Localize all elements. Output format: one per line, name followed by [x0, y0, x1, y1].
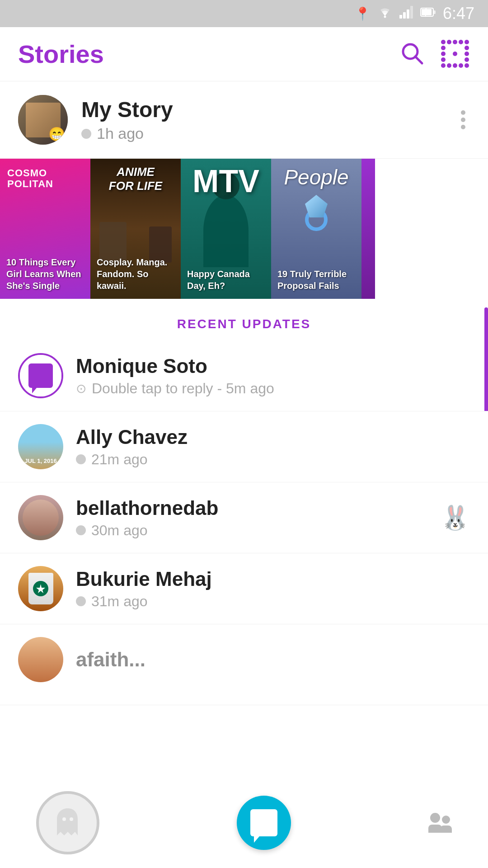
ally-sub: 21m ago — [76, 451, 470, 468]
ally-info: Ally Chavez 21m ago — [76, 426, 470, 468]
bella-time: 30m ago — [91, 522, 148, 539]
anime-brand-logo: ANIMEFOR LIFE — [95, 165, 176, 193]
bella-sub: 30m ago — [76, 522, 441, 539]
monique-info: Monique Soto ⊙ Double tap to reply - 5m … — [76, 355, 470, 397]
story-card-anime[interactable]: ANIMEFOR LIFE Cosplay. Manga. Fandom. So… — [90, 159, 181, 299]
bukurie-time: 31m ago — [91, 593, 148, 610]
user-item-afaith[interactable]: afaith... — [0, 624, 488, 705]
afaith-avatar — [18, 637, 63, 682]
recent-updates-label: RECENT UPDATES — [177, 317, 311, 331]
user-list: Monique Soto ⊙ Double tap to reply - 5m … — [0, 340, 488, 705]
people-brand-logo: People — [284, 165, 348, 189]
bukurie-name: Bukurie Mehaj — [76, 568, 470, 590]
monique-name: Monique Soto — [76, 355, 470, 377]
cosmo-brand-logo: COSMOPOLITAN — [7, 168, 53, 189]
snapcode-button[interactable] — [441, 40, 470, 69]
my-story-time: 1h ago — [81, 125, 456, 142]
story-card-cosmopolitan[interactable]: COSMOPOLITAN 10 Things Every Girl Learns… — [0, 159, 90, 299]
chat-icon — [28, 363, 53, 388]
page-title: Stories — [18, 39, 399, 69]
anime-card-caption: Cosplay. Manga. Fandom. So kawaii. — [97, 256, 174, 292]
monique-sub: ⊙ Double tap to reply - 5m ago — [76, 380, 470, 397]
svg-point-10 — [62, 817, 66, 821]
ghost-button[interactable] — [36, 791, 99, 854]
ally-time: 21m ago — [91, 451, 148, 468]
cosmo-card-caption: 10 Things Every Girl Learns When She's S… — [6, 256, 84, 292]
user-item-monique[interactable]: Monique Soto ⊙ Double tap to reply - 5m … — [0, 340, 488, 411]
svg-rect-2 — [403, 12, 406, 19]
mtv-brand-logo: MTV — [192, 163, 259, 199]
friends-button[interactable] — [428, 813, 452, 833]
header-icons — [399, 40, 470, 69]
ally-name: Ally Chavez — [76, 426, 470, 448]
bukurie-sub: 31m ago — [76, 593, 470, 610]
bella-avatar — [18, 495, 63, 540]
person-shape-2 — [440, 816, 452, 833]
monique-avatar-bg — [20, 355, 61, 396]
svg-rect-7 — [433, 10, 436, 14]
svg-rect-4 — [410, 6, 413, 19]
status-time: 6:47 — [443, 4, 474, 23]
story-card-partial[interactable] — [361, 159, 375, 299]
status-bar: 📍 6:47 — [0, 0, 488, 27]
my-story-info: My Story 1h ago — [81, 97, 456, 142]
app-header: Stories — [0, 27, 488, 81]
bottom-toolbar — [0, 778, 488, 868]
location-icon: 📍 — [355, 6, 371, 21]
afaith-name: afaith... — [76, 648, 470, 671]
rabbit-emoji-icon: 🐰 — [441, 504, 470, 532]
ally-dot — [76, 454, 86, 464]
recent-updates-header: RECENT UPDATES — [0, 299, 488, 340]
signal-icon — [399, 6, 414, 22]
story-card-people[interactable]: People 19 Truly Terrible Proposal Fails — [271, 159, 361, 299]
bella-name: bellathornedab — [76, 497, 441, 519]
status-icons: 📍 6:47 — [355, 4, 474, 23]
bukurie-dot — [76, 596, 86, 606]
search-button[interactable] — [399, 41, 425, 67]
svg-point-11 — [70, 817, 73, 821]
my-story-avatar: 😁 — [18, 95, 68, 145]
camera-icon: ⊙ — [76, 381, 86, 396]
my-story-time-text: 1h ago — [97, 125, 144, 142]
scroll-indicator — [484, 307, 488, 398]
monique-avatar — [18, 353, 63, 398]
more-options-button[interactable] — [456, 106, 470, 134]
ally-avatar: JUL 1, 2016 — [18, 424, 63, 469]
user-item-bukurie[interactable]: Bukurie Mehaj 31m ago — [0, 553, 488, 624]
bella-info: bellathornedab 30m ago — [76, 497, 441, 539]
story-card-mtv[interactable]: MTV Happy Canada Day, Eh? — [181, 159, 271, 299]
svg-line-9 — [415, 57, 422, 63]
chat-fab-button[interactable] — [237, 796, 291, 850]
mtv-card-caption: Happy Canada Day, Eh? — [187, 268, 265, 292]
chat-fab-icon — [250, 809, 277, 836]
user-item-ally[interactable]: JUL 1, 2016 Ally Chavez 21m ago — [0, 411, 488, 482]
svg-rect-1 — [399, 15, 402, 19]
bukurie-info: Bukurie Mehaj 31m ago — [76, 568, 470, 610]
afaith-info: afaith... — [76, 648, 470, 671]
people-card-caption: 19 Truly Terrible Proposal Fails — [277, 268, 355, 292]
svg-rect-3 — [407, 9, 409, 19]
time-dot-indicator — [81, 129, 91, 139]
user-item-bella[interactable]: bellathornedab 30m ago 🐰 — [0, 482, 488, 553]
my-story-section[interactable]: 😁 My Story 1h ago — [0, 81, 488, 159]
snapcode-grid — [441, 40, 470, 69]
ally-date: JUL 1, 2016 — [24, 458, 56, 465]
bella-dot — [76, 525, 86, 535]
stories-cards-row: COSMOPOLITAN 10 Things Every Girl Learns… — [0, 159, 488, 299]
monique-time: Double tap to reply - 5m ago — [92, 380, 274, 397]
svg-point-0 — [384, 15, 386, 18]
wifi-icon — [377, 6, 393, 22]
battery-icon — [420, 6, 436, 21]
bukurie-avatar — [18, 566, 63, 611]
my-story-title: My Story — [81, 97, 456, 122]
